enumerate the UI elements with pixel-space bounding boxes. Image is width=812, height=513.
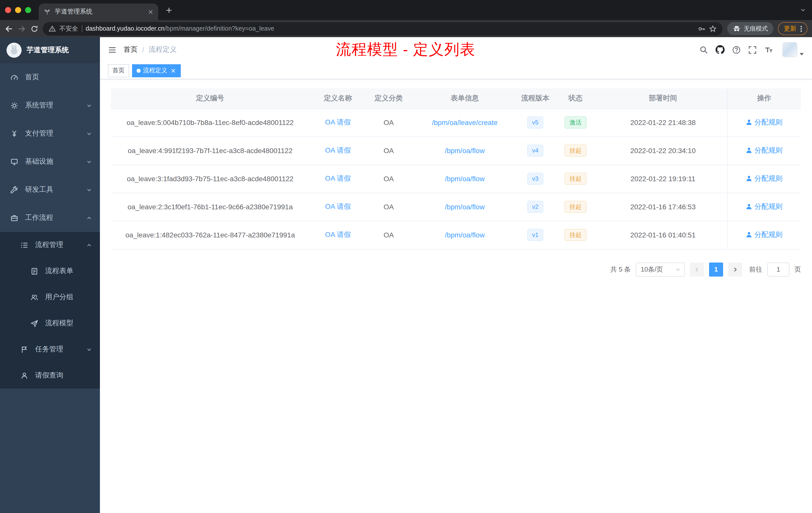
assign-rule-link[interactable]: 分配规则 [746,146,783,155]
page-number-button[interactable]: 1 [709,262,723,276]
cell-action: 分配规则 [727,193,801,221]
hamburger-icon[interactable] [108,46,116,54]
form-link[interactable]: /bpm/oa/flow [445,231,485,239]
sidebar-item-home[interactable]: 首页 [0,63,100,91]
page-size-select[interactable]: 10条/页 [636,262,685,276]
cell-form: /bpm/oa/leave/create [411,109,519,137]
sidebar-item-system-management[interactable]: 系统管理 [0,91,100,119]
sidebar-item-infrastructure[interactable]: 基础设施 [0,148,100,176]
id-text: oa_leave:1:482ec033-762a-11ec-8477-a2380… [125,231,295,239]
name-link[interactable]: OA 请假 [325,202,351,210]
back-button[interactable] [4,24,13,33]
sidebar-item-label: 工作流程 [25,213,83,222]
help-icon[interactable] [732,46,741,54]
table-row: oa_leave:2:3c1f0ef1-76b1-11ec-9c66-a2380… [111,193,801,221]
sidebar-item-user-group[interactable]: 用户分组 [0,284,100,310]
category-text: OA [384,231,394,239]
name-link[interactable]: OA 请假 [325,146,351,154]
tab-search-icon[interactable] [800,7,806,13]
sidebar-item-process-model[interactable]: 流程模型 [0,310,100,336]
assign-rule-link[interactable]: 分配规则 [746,202,783,211]
name-link[interactable]: OA 请假 [325,231,351,238]
prev-page-button[interactable] [690,262,704,276]
task-icon [20,345,29,353]
chevron-left-icon [694,266,700,272]
definition-table: 定义编号定义名称定义分类表单信息流程版本状态部署时间操作oa_leave:5:0… [111,88,801,249]
form-link[interactable]: /bpm/oa/flow [445,147,485,155]
sidebar-item-process-management[interactable]: 流程管理 [0,232,100,258]
sidebar-item-process-form[interactable]: 流程表单 [0,258,100,284]
id-text: oa_leave:5:004b710b-7b8a-11ec-8ef0-acde4… [126,118,293,126]
column-header-form: 表单信息 [411,88,519,109]
app-logo[interactable]: 芋道管理系统 [0,37,100,63]
goto-page-input[interactable] [767,262,789,276]
form-link[interactable]: /bpm/oa/flow [445,175,485,183]
browser-menu-icon[interactable] [798,25,805,32]
tag-close-icon[interactable] [170,67,176,74]
tag-1[interactable]: 流程定义 [132,64,181,77]
close-window-button[interactable] [5,7,11,13]
next-page-button[interactable] [728,262,742,276]
sidebar-item-dev-tools[interactable]: 研发工具 [0,176,100,204]
breadcrumb-current: 流程定义 [149,45,177,54]
assign-rule-link[interactable]: 分配规则 [746,118,783,127]
address-bar[interactable]: 不安全 dashboard.yudao.iocoder.cn/bpm/manag… [43,22,723,35]
assign-rule-link[interactable]: 分配规则 [746,231,783,239]
font-size-icon[interactable] [764,46,773,54]
name-link[interactable]: OA 请假 [325,174,351,182]
user-icon [746,232,753,238]
assign-rule-link[interactable]: 分配规则 [746,174,783,183]
paper-plane-icon [30,320,39,327]
tab-close-icon[interactable] [148,9,153,14]
dashboard-icon [10,73,19,81]
user-icon [746,119,753,126]
cell-name: OA 请假 [309,109,367,137]
forward-button[interactable] [18,24,26,33]
sidebar-item-workflow[interactable]: 工作流程 [0,204,100,232]
fullscreen-icon[interactable] [748,46,757,54]
minimize-window-button[interactable] [15,7,21,13]
tag-label: 流程定义 [143,66,167,75]
reload-button[interactable] [31,25,38,32]
browser-tab[interactable]: 芋道管理系统 [39,3,158,20]
cell-id: oa_leave:1:482ec033-762a-11ec-8477-a2380… [111,221,309,249]
breadcrumb-home[interactable]: 首页 [123,45,138,54]
category-text: OA [384,147,394,155]
zoom-window-button[interactable] [25,7,31,13]
form-link[interactable]: /bpm/oa/leave/create [432,118,498,126]
password-key-icon[interactable] [698,25,705,32]
new-tab-button[interactable] [165,6,173,14]
incognito-badge: 无痕模式 [727,22,773,35]
sidebar-item-leave-query[interactable]: 请假查询 [0,362,100,389]
table-row: oa_leave:3:1fad3d93-7b75-11ec-a3c8-acde4… [111,164,801,193]
assign-rule-label: 分配规则 [754,146,783,155]
divider [82,25,82,32]
sidebar-item-label: 任务管理 [35,345,83,354]
cell-category: OA [367,221,411,249]
table-row: oa_leave:5:004b710b-7b8a-11ec-8ef0-acde4… [111,109,801,137]
sidebar-item-task-management[interactable]: 任务管理 [0,336,100,362]
chevron-down-icon [86,159,92,164]
sidebar-item-label: 流程管理 [35,240,83,249]
form-link[interactable]: /bpm/oa/flow [445,203,485,211]
github-icon[interactable] [716,45,725,54]
cell-form: /bpm/oa/flow [411,221,519,249]
update-button[interactable]: 更新 [778,22,808,35]
security-label[interactable]: 不安全 [59,24,78,33]
cell-id: oa_leave:2:3c1f0ef1-76b1-11ec-9c66-a2380… [111,193,309,221]
pagination-total: 共 5 条 [610,265,631,274]
page-unit-label: 页 [794,265,801,274]
cell-name: OA 请假 [309,193,367,221]
search-icon[interactable] [699,46,708,54]
cell-time: 2022-01-16 17:46:53 [599,193,727,221]
cell-status: 挂起 [552,221,599,249]
tag-0[interactable]: 首页 [108,64,129,77]
user-icon [746,204,753,210]
cell-form: /bpm/oa/flow [411,137,519,164]
bookmark-star-icon[interactable] [709,25,717,32]
user-avatar[interactable] [782,42,804,57]
name-link[interactable]: OA 请假 [325,118,351,126]
assign-rule-label: 分配规则 [754,202,783,211]
sidebar-item-payment-management[interactable]: 支付管理 [0,119,100,148]
sidebar-item-label: 请假查询 [35,371,92,380]
